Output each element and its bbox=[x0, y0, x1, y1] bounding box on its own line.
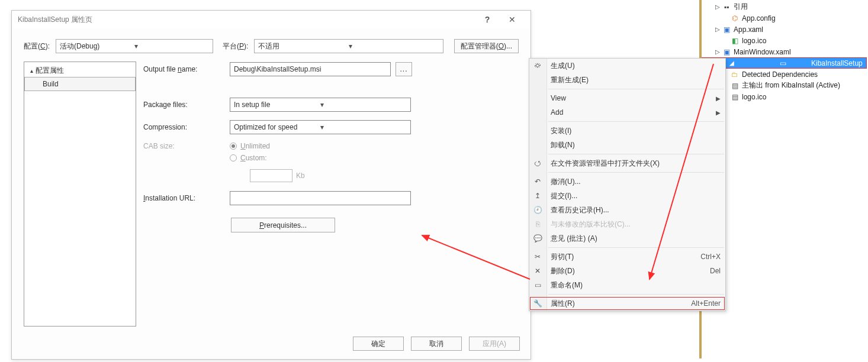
folder-icon: 🗀 bbox=[730, 70, 740, 79]
compression-label: Compression: bbox=[143, 123, 230, 131]
output-icon: ▤ bbox=[730, 81, 740, 90]
node-label: MainWindow.xaml bbox=[734, 48, 791, 56]
config-select[interactable]: 活动(Debug) ▾ bbox=[56, 39, 213, 53]
menu-commit[interactable]: ↥ 提交(I)... bbox=[529, 189, 725, 203]
menu-compare: ⎘ 与未修改的版本比较(C)... bbox=[529, 217, 725, 231]
chevron-down-icon: ▾ bbox=[320, 123, 407, 131]
build-icon: ⛮ bbox=[533, 61, 542, 70]
menu-add[interactable]: Add ▶ bbox=[529, 105, 725, 119]
expander-icon[interactable]: ▷ bbox=[713, 26, 722, 33]
chevron-down-icon: ▾ bbox=[320, 101, 407, 109]
dialog-titlebar[interactable]: KibaInstallSetup 属性页 ? ✕ bbox=[12, 11, 531, 28]
ico-file-icon: ◧ bbox=[730, 36, 740, 46]
cs-file-icon: ⌬ bbox=[730, 14, 740, 23]
tree-label: 配置属性 bbox=[36, 66, 64, 76]
installation-url-label: Installation URL: bbox=[143, 194, 230, 202]
tree-config-properties[interactable]: 配置属性 bbox=[24, 64, 136, 77]
node-label: Detected Dependencies bbox=[742, 70, 818, 79]
cut-icon: ✂ bbox=[533, 252, 542, 261]
package-files-select[interactable]: In setup file ▾ bbox=[230, 98, 411, 112]
menu-undo[interactable]: ↶ 撤消(U)... bbox=[529, 174, 725, 189]
expander-icon[interactable]: ▷ bbox=[713, 4, 722, 10]
help-button[interactable]: ? bbox=[475, 11, 500, 28]
node-label: logo.ico bbox=[742, 37, 766, 45]
package-files-label: Package files: bbox=[143, 101, 230, 109]
rename-icon: ▭ bbox=[533, 280, 542, 290]
menu-history[interactable]: 🕘 查看历史记录(H)... bbox=[529, 203, 725, 217]
node-label: App.config bbox=[742, 14, 776, 22]
xaml-file-icon: ▣ bbox=[722, 25, 731, 34]
property-form: Output file name: Debug\KibaInstallSetup… bbox=[141, 62, 519, 327]
expander-icon[interactable]: ▷ bbox=[713, 49, 722, 55]
menu-open-folder[interactable]: ⭯ 在文件资源管理器中打开文件夹(X) bbox=[529, 156, 725, 170]
cab-size-label: CAB size: bbox=[143, 142, 230, 150]
platform-select[interactable]: 不适用 ▾ bbox=[254, 39, 443, 53]
close-button[interactable]: ✕ bbox=[500, 11, 525, 28]
tree-node-appconfig[interactable]: ▷ ⌬ App.config bbox=[702, 12, 867, 24]
node-label: logo.ico bbox=[742, 93, 766, 101]
tree-node-appxaml[interactable]: ▷ ▣ App.xaml bbox=[702, 24, 867, 35]
tree-build[interactable]: Build bbox=[24, 77, 136, 91]
menu-uninstall[interactable]: 卸载(N) bbox=[529, 138, 725, 152]
platform-label: 平台(P): bbox=[223, 41, 248, 51]
menu-view[interactable]: View ▶ bbox=[529, 91, 725, 105]
node-label: App.xaml bbox=[734, 25, 763, 34]
output-file-input[interactable]: Debug\KibaInstallSetup.msi bbox=[230, 62, 391, 76]
compression-select[interactable]: Optimized for speed ▾ bbox=[230, 120, 411, 134]
kb-unit-label: Kb bbox=[296, 172, 305, 180]
browse-button[interactable]: ... bbox=[396, 62, 412, 76]
menu-properties[interactable]: 🔧 属性(R) Alt+Enter bbox=[529, 296, 725, 311]
radio-unlimited[interactable]: Unlimited bbox=[230, 142, 270, 150]
config-manager-button[interactable]: 配置管理器(O)... bbox=[454, 39, 519, 53]
delete-icon: ✕ bbox=[533, 266, 542, 276]
compare-icon: ⎘ bbox=[533, 219, 542, 229]
menu-build[interactable]: ⛮ 生成(U) bbox=[529, 59, 725, 73]
menu-cut[interactable]: ✂ 剪切(T) Ctrl+X bbox=[529, 250, 725, 264]
tree-node-references[interactable]: ▷ ▪▪ 引用 bbox=[702, 1, 867, 12]
dialog-title: KibaInstallSetup 属性页 bbox=[18, 15, 92, 25]
menu-delete[interactable]: ✕ 删除(D) Del bbox=[529, 264, 725, 278]
open-folder-icon: ⭯ bbox=[533, 159, 542, 168]
tree-node-detected-deps[interactable]: ▷ 🗀 Detected Dependencies bbox=[702, 69, 867, 80]
property-page-dialog: KibaInstallSetup 属性页 ? ✕ 配置(C): 活动(Debug… bbox=[11, 10, 531, 360]
tree-node-primary-output[interactable]: ▷ ▤ 主输出 from KibaInstall (Active) bbox=[702, 80, 867, 91]
file-icon: ▤ bbox=[730, 92, 740, 102]
ok-button[interactable]: 确定 bbox=[353, 337, 404, 351]
node-label: 主输出 from KibaInstall (Active) bbox=[742, 80, 840, 90]
dialog-footer: 确定 取消 应用(A) bbox=[353, 337, 520, 351]
node-label: KibaInstallSetup bbox=[811, 59, 863, 67]
node-label: 引用 bbox=[734, 2, 748, 12]
submenu-arrow-icon: ▶ bbox=[716, 95, 721, 102]
radio-icon bbox=[230, 143, 237, 150]
project-context-menu: ⛮ 生成(U) 重新生成(E) View ▶ Add ▶ 安装(I) 卸载(N)… bbox=[529, 58, 726, 311]
menu-rebuild[interactable]: 重新生成(E) bbox=[529, 73, 725, 87]
tree-node-mainwindow[interactable]: ▷ ▣ MainWindow.xaml bbox=[702, 46, 867, 57]
menu-rename[interactable]: ▭ 重命名(M) bbox=[529, 278, 725, 292]
tree-label: Build bbox=[43, 80, 130, 88]
submenu-arrow-icon: ▶ bbox=[716, 109, 721, 116]
platform-value: 不适用 bbox=[258, 41, 349, 51]
tree-node-logoico[interactable]: ▷ ◧ logo.ico bbox=[702, 35, 867, 46]
history-icon: 🕘 bbox=[533, 205, 542, 215]
commit-icon: ↥ bbox=[533, 191, 542, 201]
prerequisites-button[interactable]: Prerequisites... bbox=[231, 218, 335, 232]
chevron-down-icon: ▾ bbox=[134, 42, 209, 50]
cab-size-input[interactable] bbox=[250, 169, 292, 182]
property-tree[interactable]: 配置属性 Build bbox=[24, 62, 136, 327]
menu-install[interactable]: 安装(I) bbox=[529, 124, 725, 138]
installation-url-input[interactable] bbox=[230, 191, 411, 205]
config-value: 活动(Debug) bbox=[60, 41, 134, 51]
radio-icon bbox=[230, 154, 237, 161]
annotate-icon: 💬 bbox=[533, 234, 542, 243]
reference-icon: ▪▪ bbox=[722, 2, 731, 12]
tree-node-logoico2[interactable]: ▷ ▤ logo.ico bbox=[702, 91, 867, 102]
apply-button[interactable]: 应用(A) bbox=[469, 337, 520, 351]
menu-annotate[interactable]: 💬 意见 (批注) (A) bbox=[529, 231, 725, 245]
radio-custom[interactable]: Custom: bbox=[230, 154, 270, 162]
xaml-file-icon: ▣ bbox=[722, 47, 731, 57]
output-file-label: Output file name: bbox=[143, 65, 230, 73]
tree-node-kibainstallsetup[interactable]: ◢ ▭ KibaInstallSetup bbox=[702, 57, 867, 69]
wrench-icon: 🔧 bbox=[533, 299, 542, 308]
chevron-down-icon: ▾ bbox=[349, 42, 439, 50]
cancel-button[interactable]: 取消 bbox=[411, 337, 462, 351]
